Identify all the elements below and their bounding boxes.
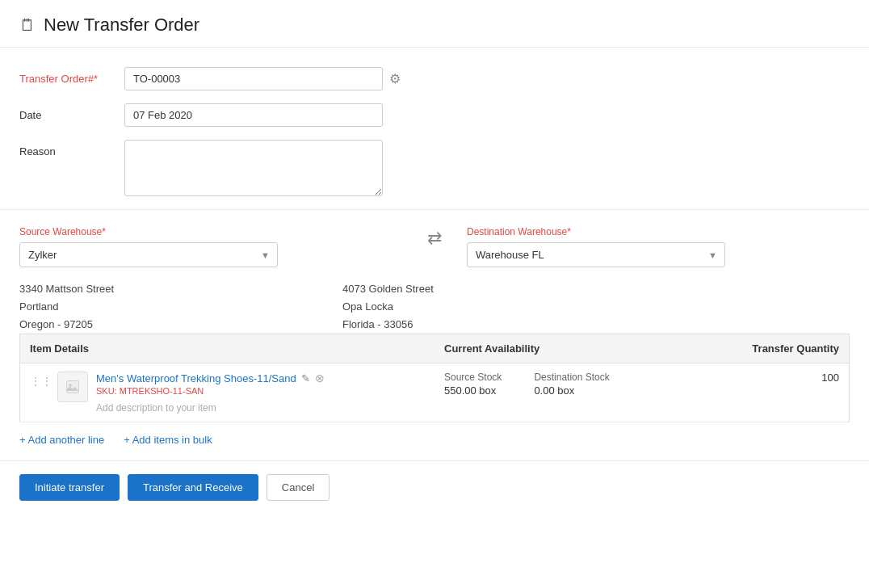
date-row: Date xyxy=(19,103,850,127)
availability-inner: Source Stock 550.00 box Destination Stoc… xyxy=(444,372,715,397)
destination-address-line3: Florida - 33056 xyxy=(342,316,850,334)
destination-stock-group: Destination Stock 0.00 box xyxy=(534,372,609,397)
reason-textarea[interactable] xyxy=(124,140,383,196)
source-address-line2: Portland xyxy=(19,298,342,316)
destination-warehouse-label: Destination Warehouse* xyxy=(467,226,850,237)
drag-handle-icon[interactable]: ⋮⋮ xyxy=(30,372,52,388)
address-row: 3340 Mattson Street Portland Oregon - 97… xyxy=(19,277,850,334)
availability-cell: Source Stock 550.00 box Destination Stoc… xyxy=(434,363,724,422)
swap-warehouses-icon[interactable]: ⇄ xyxy=(427,228,442,249)
source-address-line3: Oregon - 97205 xyxy=(19,316,342,334)
destination-stock-value: 0.00 box xyxy=(534,384,609,397)
source-address-line1: 3340 Mattson Street xyxy=(19,280,342,298)
page-header: 🗒 New Transfer Order xyxy=(0,0,869,48)
footer-actions: Initiate transfer Transfer and Receive C… xyxy=(0,460,869,514)
reason-row: Reason xyxy=(19,140,850,196)
transfer-order-label: Transfer Order#* xyxy=(19,67,124,85)
items-table: Item Details Current Availability Transf… xyxy=(19,334,850,422)
table-row: ⋮⋮ Men's Waterproof Trekking Shoes-11/Sa… xyxy=(20,363,850,422)
swap-icon-wrap: ⇄ xyxy=(402,226,467,249)
col-header-availability: Current Availability xyxy=(434,334,724,363)
date-label: Date xyxy=(19,103,124,121)
item-name: Men's Waterproof Trekking Shoes-11/Sand … xyxy=(96,372,325,384)
destination-warehouse-col: Destination Warehouse* Warehouse FL Main… xyxy=(467,226,850,267)
col-header-item-details: Item Details xyxy=(20,334,435,363)
source-stock-group: Source Stock 550.00 box xyxy=(444,372,502,397)
initiate-transfer-button[interactable]: Initiate transfer xyxy=(19,474,120,501)
warehouse-section: Source Warehouse* Zylker Main Warehouse … xyxy=(0,226,869,334)
transfer-order-input-group: ⚙ xyxy=(124,67,401,90)
destination-address-block: 4073 Golden Street Opa Locka Florida - 3… xyxy=(342,277,850,334)
item-details-inner: Men's Waterproof Trekking Shoes-11/Sand … xyxy=(57,372,325,414)
source-stock-value: 550.00 box xyxy=(444,384,502,397)
transfer-order-icon: 🗒 xyxy=(19,16,36,35)
item-sku: SKU: MTREKSHO-11-SAN xyxy=(96,386,325,396)
source-warehouse-label: Source Warehouse* xyxy=(19,226,402,237)
svg-rect-0 xyxy=(67,381,79,393)
source-warehouse-select-wrap: Zylker Main Warehouse ▼ xyxy=(19,242,278,267)
item-delete-icon[interactable]: ⊗ xyxy=(315,372,325,384)
item-name-text: Men's Waterproof Trekking Shoes-11/Sand xyxy=(96,372,296,384)
svg-point-1 xyxy=(69,384,71,387)
destination-address-line1: 4073 Golden Street xyxy=(342,280,850,298)
reason-label: Reason xyxy=(19,140,124,158)
item-image xyxy=(57,372,88,402)
add-items-bulk-button[interactable]: + Add items in bulk xyxy=(124,434,212,446)
item-details-cell: ⋮⋮ Men's Waterproof Trekking Shoes-11/Sa… xyxy=(20,363,435,422)
transfer-and-receive-button[interactable]: Transfer and Receive xyxy=(128,474,258,501)
source-warehouse-col: Source Warehouse* Zylker Main Warehouse … xyxy=(19,226,402,267)
transfer-order-input[interactable] xyxy=(124,67,383,90)
qty-cell: 100 xyxy=(724,363,849,422)
destination-address: 4073 Golden Street Opa Locka Florida - 3… xyxy=(342,280,850,334)
source-warehouse-select[interactable]: Zylker Main Warehouse xyxy=(19,242,278,267)
destination-warehouse-select[interactable]: Warehouse FL Main Warehouse xyxy=(467,242,725,267)
destination-stock-label: Destination Stock xyxy=(534,372,609,383)
warehouse-selectors-row: Source Warehouse* Zylker Main Warehouse … xyxy=(19,226,850,267)
cancel-button[interactable]: Cancel xyxy=(267,474,330,501)
item-info: Men's Waterproof Trekking Shoes-11/Sand … xyxy=(96,372,325,414)
source-address-block: 3340 Mattson Street Portland Oregon - 97… xyxy=(19,277,342,334)
add-another-line-button[interactable]: + Add another line xyxy=(19,434,104,446)
add-line-row: + Add another line + Add items in bulk xyxy=(0,422,869,457)
gear-icon[interactable]: ⚙ xyxy=(389,71,401,86)
destination-address-line2: Opa Locka xyxy=(342,298,850,316)
page-title: New Transfer Order xyxy=(44,15,199,36)
table-header-row: Item Details Current Availability Transf… xyxy=(20,334,850,363)
col-header-qty: Transfer Quantity xyxy=(724,334,849,363)
table-section: Item Details Current Availability Transf… xyxy=(0,334,869,422)
item-edit-icon[interactable]: ✎ xyxy=(301,372,310,384)
transfer-qty-value[interactable]: 100 xyxy=(734,372,839,384)
form-body: Transfer Order#* ⚙ Date Reason xyxy=(0,48,869,196)
source-address: 3340 Mattson Street Portland Oregon - 97… xyxy=(19,280,342,334)
source-stock-label: Source Stock xyxy=(444,372,502,383)
date-input[interactable] xyxy=(124,103,383,127)
item-description[interactable]: Add description to your item xyxy=(96,402,325,414)
transfer-order-row: Transfer Order#* ⚙ xyxy=(19,67,850,90)
destination-warehouse-select-wrap: Warehouse FL Main Warehouse ▼ xyxy=(467,242,725,267)
